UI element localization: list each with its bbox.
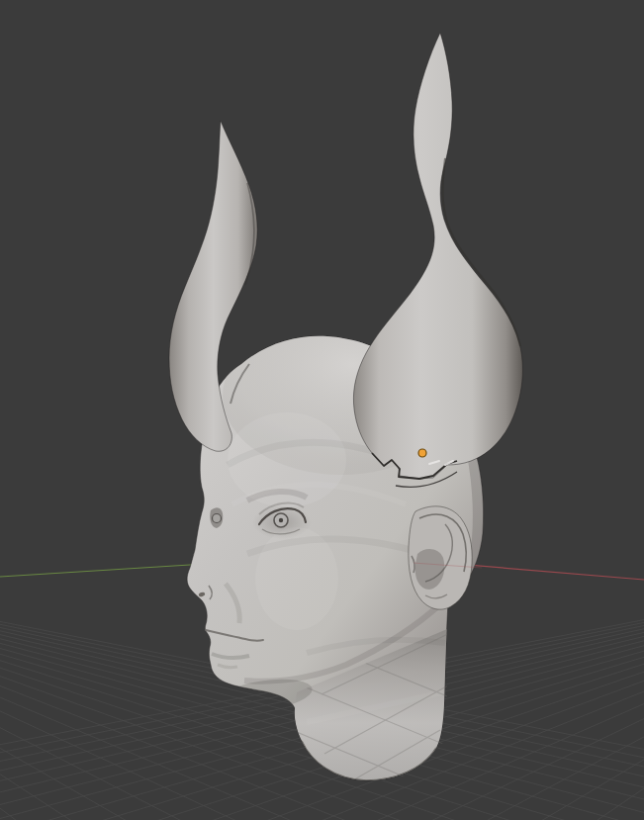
far-eye-iris: [213, 514, 222, 523]
ear: [409, 506, 472, 609]
3d-viewport[interactable]: [0, 0, 644, 820]
origin-point[interactable]: [418, 449, 426, 457]
eye-pupil: [279, 518, 283, 522]
